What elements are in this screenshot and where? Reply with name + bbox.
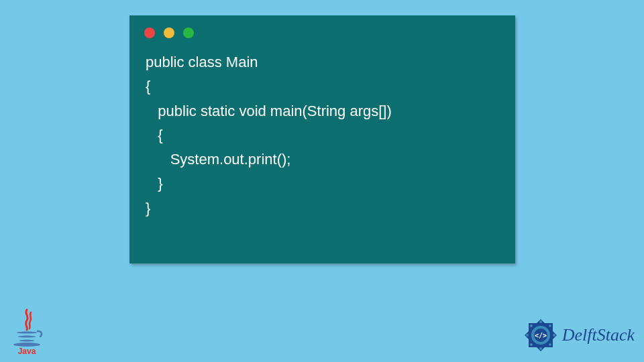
code-window: public class Main { public static void m… [129,15,515,263]
delftstack-logo: </> DelftStack [522,316,635,354]
svg-text:Java: Java [18,347,36,355]
maximize-icon [183,27,194,38]
code-line: } [146,175,163,192]
code-content: public class Main { public static void m… [129,45,515,226]
code-line: System.out.print(); [146,151,290,168]
code-line: } [146,200,150,217]
delftstack-label: DelftStack [562,325,635,345]
code-line: public class Main [146,54,258,70]
traffic-lights [129,15,515,45]
code-line: { [146,127,163,143]
svg-point-9 [539,347,542,350]
code-line: public static void main(String args[]) [146,103,392,119]
java-logo-icon: Java [9,308,44,355]
svg-point-10 [530,343,533,346]
close-icon [144,27,155,38]
svg-point-6 [549,324,551,327]
svg-point-11 [526,334,529,337]
code-line: { [146,78,150,95]
svg-point-5 [539,320,542,323]
delftstack-badge-icon: </> [522,316,559,354]
svg-point-12 [530,324,533,327]
svg-point-8 [549,343,551,346]
svg-text:</>: </> [535,332,547,339]
svg-point-7 [553,334,555,337]
minimize-icon [164,27,174,38]
